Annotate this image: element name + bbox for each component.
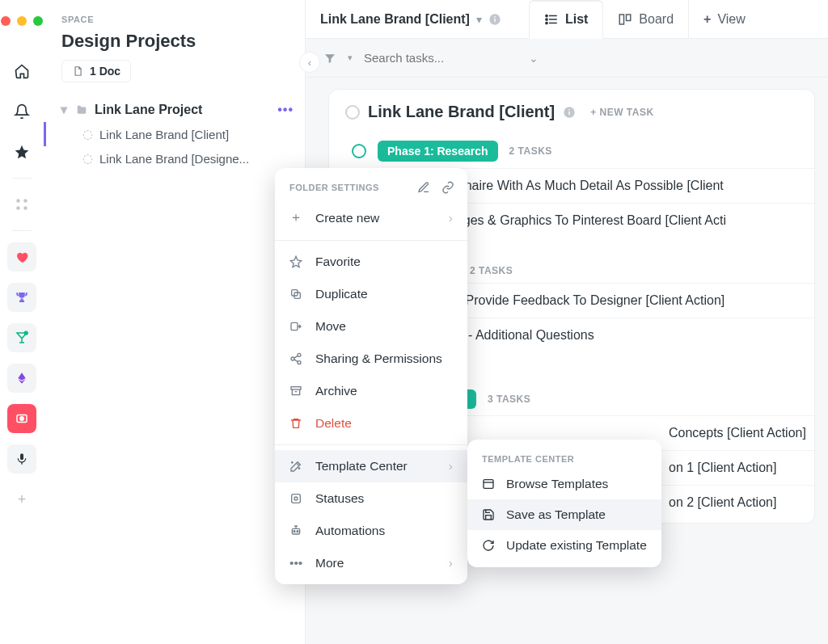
svg-rect-17 [620,15,624,24]
trophy-space-icon[interactable] [7,283,36,312]
menu-item-label: More [315,556,344,570]
menu-archive[interactable]: Archive [275,375,467,407]
ethereum-space-icon[interactable] [7,364,36,393]
svg-point-16 [546,22,547,23]
menu-item-label: Archive [315,384,357,398]
tab-list[interactable]: List [529,0,603,40]
svg-point-33 [294,497,298,500]
folder-more-icon[interactable]: ••• [277,103,294,117]
menu-more[interactable]: ••• More › [275,547,467,579]
menu-item-label: Move [315,319,346,334]
space-label: SPACE [44,15,305,24]
task-title: Concepts [Client Action] [669,426,806,440]
loading-icon: ◌ [82,151,93,166]
record-space-icon[interactable] [7,404,36,433]
menu-item-label: Favorite [315,255,361,269]
space-title: Design Projects [44,24,305,60]
search-expand-icon[interactable]: ⌄ [529,52,539,65]
icon-rail: + [0,0,44,644]
svg-point-3 [23,206,27,210]
group-title: Link Lane Brand [Client] [368,103,555,121]
filter-icon[interactable] [323,52,336,65]
svg-rect-9 [494,18,495,22]
chevron-right-icon: › [449,459,453,474]
refresh-icon [482,539,495,552]
mic-icon[interactable] [7,444,36,474]
template-center-submenu: TEMPLATE CENTER Browse Templates Save as… [467,440,661,567]
status-circle-icon[interactable] [352,144,366,158]
archive-icon [289,385,304,398]
submenu-browse-templates[interactable]: Browse Templates [467,469,661,499]
menu-duplicate[interactable]: Duplicate [275,278,467,310]
svg-point-30 [298,361,301,364]
new-task-button[interactable]: + NEW TASK [590,107,653,118]
add-space-button[interactable]: + [7,485,36,514]
menu-sharing[interactable]: Sharing & Permissions [275,343,467,375]
star-icon [289,255,304,268]
heart-space-icon[interactable] [7,242,36,271]
menu-item-label: Update existing Template [506,538,647,553]
menu-favorite[interactable]: Favorite [275,246,467,278]
topbar: Link Lane Brand [Client] ▾ List Board + … [306,0,828,39]
tab-label: Board [639,12,674,27]
close-window-dot[interactable] [1,16,11,26]
menu-item-label: Create new [315,211,379,225]
sidebar-folder-link-lane[interactable]: ▾ Link Lane Project ••• [44,97,305,122]
minimize-window-dot[interactable] [17,16,27,26]
tab-board[interactable]: Board [603,0,689,39]
phase-header-research[interactable]: Phase 1: Research 2 TASKS [329,129,814,168]
list-label: Link Lane Brand [Designe... [99,152,249,166]
svg-rect-20 [568,111,569,115]
menu-template-center[interactable]: Template Center › [275,450,467,482]
svg-point-1 [23,199,27,203]
sidebar-list-designer[interactable]: ◌ Link Lane Brand [Designe... [44,146,305,170]
group-status-icon[interactable] [345,105,360,120]
menu-item-label: Browse Templates [506,477,608,491]
collapse-sidebar-button[interactable]: ‹ [299,52,320,73]
task-title: on 2 [Client Action] [669,495,776,509]
breadcrumb-caret-icon[interactable]: ▾ [476,13,482,26]
home-icon[interactable] [7,57,36,86]
doc-chip[interactable]: 1 Doc [61,60,131,82]
svg-point-6 [20,417,24,421]
tasks-count: 2 TASKS [470,265,513,276]
svg-point-35 [294,531,295,532]
menu-separator [275,444,467,445]
menu-heading: FOLDER SETTINGS [289,183,379,192]
chevron-right-icon: › [449,211,453,225]
plus-icon: ＋ [289,209,304,226]
svg-rect-27 [291,322,298,330]
list-label: Link Lane Brand [Client] [99,128,229,141]
submenu-update-template[interactable]: Update existing Template [467,530,661,561]
sidebar-list-client[interactable]: ◌ Link Lane Brand [Client] [44,122,305,146]
view-tabs: List Board + View [529,0,760,39]
menu-delete[interactable]: Delete [275,407,467,440]
apps-icon[interactable] [7,190,36,219]
list-view-icon [544,12,559,27]
submenu-save-as-template[interactable]: Save as Template [467,499,661,530]
link-icon[interactable] [441,181,454,194]
menu-move[interactable]: Move [275,310,467,343]
search-input[interactable] [364,51,518,65]
chevron-right-icon: › [449,556,453,570]
favorites-icon[interactable] [7,137,36,166]
info-icon[interactable] [488,13,501,26]
menu-automations[interactable]: Automations [275,515,467,547]
cocktail-space-icon[interactable] [7,323,36,352]
copy-icon [289,288,304,301]
svg-rect-32 [292,495,301,503]
menu-statuses[interactable]: Statuses [275,482,467,515]
menu-create-new[interactable]: ＋ Create new › [275,200,467,235]
filter-caret-icon[interactable]: ▾ [348,53,353,63]
rename-icon[interactable] [417,181,430,194]
notifications-icon[interactable] [7,97,36,126]
svg-point-15 [546,19,547,20]
menu-separator [275,240,467,241]
save-icon [482,508,495,521]
tab-add-view[interactable]: + View [689,0,760,39]
doc-chip-label: 1 Doc [90,65,120,78]
fullscreen-window-dot[interactable] [33,16,43,26]
breadcrumb-title[interactable]: Link Lane Brand [Client] [320,12,470,27]
menu-item-label: Duplicate [315,287,368,301]
info-icon[interactable] [563,106,576,119]
